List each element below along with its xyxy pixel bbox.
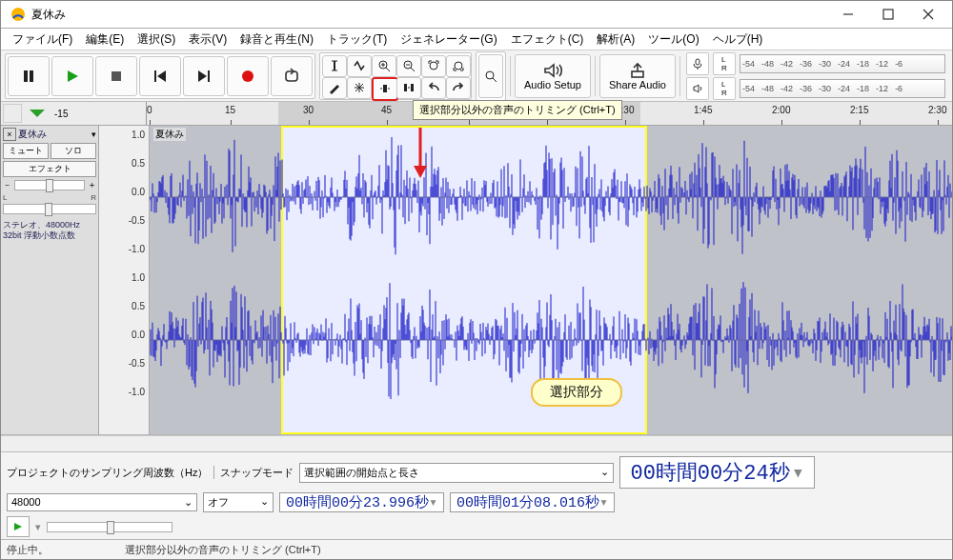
selection-length-display[interactable]: 00時間01分08.016秒▾ <box>450 492 615 512</box>
trim-outside-button[interactable] <box>372 77 398 101</box>
window-title: 夏休み <box>31 7 828 23</box>
svg-rect-37 <box>696 59 700 65</box>
skip-start-button[interactable] <box>139 56 181 96</box>
svg-marker-11 <box>198 70 207 82</box>
play-button[interactable] <box>51 56 93 96</box>
undo-button[interactable] <box>421 77 446 99</box>
sample-rate-select[interactable]: 48000⌄ <box>7 493 197 511</box>
play-at-speed-button[interactable] <box>7 516 30 537</box>
track-control-panel: × 夏休み ▾ ミュート ソロ エフェクト － ＋ LR ステレオ、48000H… <box>1 126 99 434</box>
status-state: 停止中。 <box>7 543 49 557</box>
svg-line-21 <box>386 68 390 71</box>
stop-button[interactable] <box>95 56 137 96</box>
share-audio-label: Share Audio <box>609 79 666 90</box>
menu-edit[interactable]: 編集(E) <box>80 30 130 50</box>
svg-rect-9 <box>154 70 156 82</box>
svg-marker-10 <box>157 70 166 82</box>
pause-button[interactable] <box>8 56 50 96</box>
maximize-button[interactable] <box>868 1 908 28</box>
rec-level-icon[interactable]: LR <box>713 52 736 75</box>
svg-marker-38 <box>694 85 699 92</box>
selection-start-display[interactable]: 00時間00分23.996秒▾ <box>279 492 444 512</box>
gain-slider[interactable] <box>14 180 85 190</box>
track-name[interactable]: 夏休み <box>18 128 47 141</box>
menu-track[interactable]: トラック(T) <box>321 30 393 50</box>
zoom-toggle-button[interactable] <box>476 51 506 101</box>
multi-tool[interactable] <box>347 77 372 99</box>
svg-rect-5 <box>24 70 28 82</box>
tooltip: 選択部分以外の音声のトリミング (Ctrl+T) <box>413 100 622 120</box>
selection-mode-select[interactable]: 選択範囲の開始点と長さ⌄ <box>299 463 614 483</box>
effects-button[interactable]: エフェクト <box>3 161 96 177</box>
menu-bar: ファイル(F) 編集(E) 選択(S) 表示(V) 録音と再生(N) トラック(… <box>1 29 952 50</box>
app-logo <box>10 7 26 22</box>
waveform-area[interactable]: 夏休み 選択部分 <box>150 126 952 434</box>
svg-point-26 <box>455 62 462 70</box>
menu-view[interactable]: 表示(V) <box>183 30 233 50</box>
zoom-out-button[interactable] <box>396 55 421 77</box>
menu-help[interactable]: ヘルプ(H) <box>707 30 769 50</box>
svg-rect-6 <box>30 70 33 82</box>
pan-slider[interactable] <box>3 204 96 214</box>
amplitude-scale: 1.0 0.5 0.0 -0.5 -1.0 1.0 0.5 0.0 -0.5 -… <box>99 126 150 434</box>
envelope-tool[interactable] <box>347 55 372 77</box>
play-level-icon[interactable]: LR <box>713 77 736 100</box>
svg-marker-7 <box>68 70 78 82</box>
play-meter-speaker-icon[interactable] <box>686 77 709 100</box>
mute-button[interactable]: ミュート <box>3 143 49 159</box>
playback-meter[interactable]: -54-48-42-36-30-24-18-12-6 <box>740 79 945 98</box>
draw-tool[interactable] <box>322 77 347 99</box>
svg-point-13 <box>242 70 253 82</box>
rec-meter-mic-icon[interactable] <box>686 52 709 75</box>
record-meter[interactable]: -54-48-42-36-30-24-18-12-6 <box>740 54 945 73</box>
annotation-callout: 選択部分 <box>531 378 622 407</box>
minimize-button[interactable] <box>828 1 868 28</box>
menu-analyze[interactable]: 解析(A) <box>591 30 640 50</box>
record-button[interactable] <box>227 56 269 96</box>
zoom-fit-sel-button[interactable] <box>421 55 446 77</box>
zoom-fit-all-button[interactable] <box>446 55 471 77</box>
menu-file[interactable]: ファイル(F) <box>7 30 78 50</box>
menu-generate[interactable]: ジェネレーター(G) <box>395 30 502 50</box>
annotation-arrow <box>409 126 437 183</box>
playhead-icon[interactable] <box>30 110 45 117</box>
svg-point-25 <box>430 62 437 70</box>
pin-button[interactable] <box>3 104 22 123</box>
track-format: ステレオ、48000Hz <box>3 220 96 230</box>
menu-transport[interactable]: 録音と再生(N) <box>234 30 319 50</box>
playback-speed-slider[interactable] <box>47 522 172 532</box>
svg-rect-30 <box>404 84 407 91</box>
close-button[interactable] <box>908 1 948 28</box>
silence-button[interactable] <box>396 77 421 99</box>
share-audio-button[interactable]: Share Audio <box>599 54 676 98</box>
solo-button[interactable]: ソロ <box>51 143 96 159</box>
audio-setup-button[interactable]: Audio Setup <box>515 54 591 98</box>
redo-button[interactable] <box>446 77 471 99</box>
status-hint: 選択部分以外の音声のトリミング (Ctrl+T) <box>125 543 321 557</box>
horizontal-scrollbar[interactable] <box>1 435 952 451</box>
snap-select[interactable]: オフ⌄ <box>203 492 274 512</box>
svg-rect-36 <box>632 71 643 77</box>
selection-tool[interactable] <box>322 55 347 77</box>
svg-rect-28 <box>383 85 387 92</box>
track-close-button[interactable]: × <box>3 128 16 141</box>
current-time-display[interactable]: 00時間00分24秒▾ <box>619 456 814 489</box>
menu-effect[interactable]: エフェクト(C) <box>505 30 590 50</box>
tools-toolbar <box>319 52 472 100</box>
svg-marker-35 <box>545 65 554 76</box>
sample-rate-label: プロジェクトのサンプリング周波数（Hz） <box>7 466 208 480</box>
menu-tools[interactable]: ツール(O) <box>642 30 704 50</box>
svg-rect-12 <box>208 70 210 82</box>
track-depth: 32bit 浮動小数点数 <box>3 230 96 241</box>
skip-end-button[interactable] <box>183 56 225 96</box>
loop-button[interactable] <box>271 56 313 96</box>
svg-line-34 <box>493 78 497 82</box>
zoom-in-button[interactable] <box>372 55 396 77</box>
svg-rect-8 <box>112 71 121 81</box>
menu-select[interactable]: 選択(S) <box>132 30 181 50</box>
svg-line-24 <box>411 68 415 71</box>
svg-rect-32 <box>411 84 414 91</box>
time-neg: -15 <box>54 109 68 119</box>
transport-toolbar <box>5 53 315 99</box>
svg-point-33 <box>486 71 494 79</box>
